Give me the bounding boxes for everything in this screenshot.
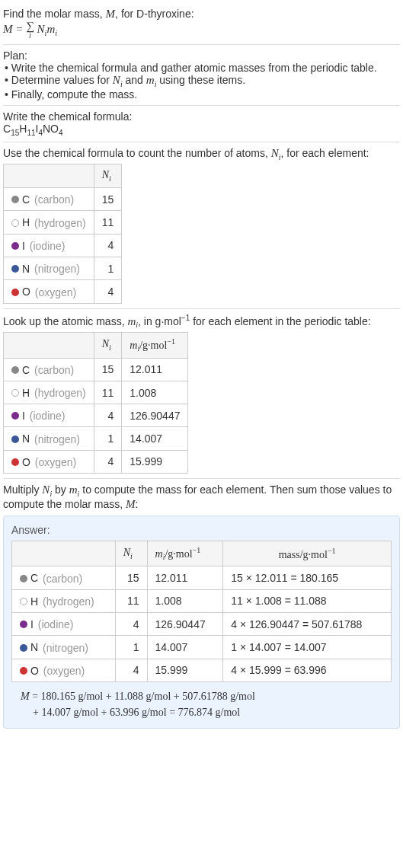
element-name: (oxygen) xyxy=(32,286,76,298)
multiply-heading: Multiply Ni by mi to compute the mass fo… xyxy=(3,483,400,511)
mass-value: 15 × 12.011 = 180.165 xyxy=(223,566,392,589)
answer-box: Answer: Ni mi/g·mol−1 mass/g·mol−1 C (ca… xyxy=(3,515,400,729)
lookup-heading-sup: −1 xyxy=(181,314,190,322)
mi-header: mi/g·mol−1 xyxy=(122,333,188,358)
intro-text-b: , for D-thyroxine: xyxy=(115,8,194,20)
lookup-table: Ni mi/g·mol−1 C (carbon)1512.011H (hydro… xyxy=(3,332,188,474)
n-value: 4 xyxy=(94,450,122,473)
element-name: (oxygen) xyxy=(40,665,85,677)
ni-header: Ni xyxy=(94,333,122,358)
element-name: (hydrogen) xyxy=(31,387,86,399)
n-value: 4 xyxy=(115,659,147,681)
chem-o-sub: 4 xyxy=(59,129,63,137)
element-name: (hydrogen) xyxy=(31,217,86,229)
element-cell: H (hydrogen) xyxy=(12,589,116,612)
element-dot-icon xyxy=(11,458,19,466)
chem-heading: Write the chemical formula: xyxy=(3,110,400,123)
element-symbol: N xyxy=(30,642,38,654)
m-value: 1.008 xyxy=(122,381,188,404)
mult-d: : xyxy=(136,498,139,510)
table-row: N (nitrogen)114.0071 × 14.007 = 14.007 xyxy=(12,636,392,659)
mult-m: M xyxy=(126,498,136,510)
table-row: O (oxygen)415.9994 × 15.999 = 63.996 xyxy=(12,659,392,681)
mass-header-text: mass/g·mol xyxy=(279,548,328,560)
ni-header-text: N xyxy=(123,547,130,558)
element-symbol: I xyxy=(22,410,25,422)
element-symbol: N xyxy=(22,263,30,275)
lookup-heading-a: Look up the atomic mass, xyxy=(3,314,127,327)
table-header-row: Ni xyxy=(4,164,122,188)
n-value: 1 xyxy=(115,636,147,659)
n-value: 4 xyxy=(94,280,122,303)
element-name: (carbon) xyxy=(40,573,82,585)
element-symbol: H xyxy=(22,387,30,399)
element-name: (nitrogen) xyxy=(31,433,80,445)
element-name: (nitrogen) xyxy=(40,642,88,654)
element-cell: O (oxygen) xyxy=(12,659,116,681)
plan-section: Plan: • Write the chemical formula and g… xyxy=(3,45,400,106)
n-value: 11 xyxy=(94,211,122,234)
element-dot-icon xyxy=(11,412,19,420)
lookup-heading-c: for each element in the periodic table: xyxy=(190,314,370,327)
element-symbol: O xyxy=(30,665,39,677)
table-row: H (hydrogen)11 xyxy=(4,211,122,234)
answer-table: Ni mi/g·mol−1 mass/g·mol−1 C (carbon)151… xyxy=(11,541,392,682)
final-line2: + 14.007 g/mol + 63.996 g/mol = 776.874 … xyxy=(21,707,240,718)
element-cell: I (iodine) xyxy=(4,234,94,257)
table-row: O (oxygen)4 xyxy=(4,280,122,303)
intro-line: Find the molar mass, M, for D-thyroxine: xyxy=(3,8,400,21)
element-dot-icon xyxy=(11,436,19,443)
table-row: C (carbon)15 xyxy=(4,188,122,211)
answer-label: Answer: xyxy=(11,524,392,536)
n-value: 1 xyxy=(94,427,122,450)
ni-header-sub: i xyxy=(130,552,133,560)
plan-b2-a: • Determine values for xyxy=(5,74,113,86)
chem-c: C xyxy=(3,123,11,135)
plan-bullet-1: • Write the chemical formula and gather … xyxy=(3,62,400,74)
element-name: (carbon) xyxy=(31,193,74,206)
element-cell: O (oxygen) xyxy=(4,280,94,303)
mass-value: 4 × 126.90447 = 507.61788 xyxy=(223,612,392,635)
plan-bullet-2: • Determine values for Ni and mi using t… xyxy=(3,74,400,88)
element-dot-icon xyxy=(11,289,19,296)
element-symbol: C xyxy=(22,193,30,206)
chem-h-sub: 11 xyxy=(27,129,35,137)
element-name: (iodine) xyxy=(35,618,74,630)
sum-symbol: ∑i xyxy=(26,21,34,40)
element-cell: H (hydrogen) xyxy=(4,211,94,234)
element-name: (nitrogen) xyxy=(31,263,80,275)
element-cell: C (carbon) xyxy=(12,566,116,589)
ni-header-text: N xyxy=(102,169,109,180)
element-symbol: C xyxy=(22,364,30,376)
mult-ni: N xyxy=(42,483,50,496)
element-symbol: O xyxy=(22,456,30,468)
element-cell: N (nitrogen) xyxy=(4,257,94,280)
m-value: 126.90447 xyxy=(122,404,188,427)
element-name: (hydrogen) xyxy=(40,595,94,608)
table-row: I (iodine)4 xyxy=(4,234,122,257)
table-row: H (hydrogen)111.008 xyxy=(4,381,188,404)
plan-heading: Plan: xyxy=(3,49,400,62)
n-value: 11 xyxy=(115,589,147,612)
table-header-row: Ni mi/g·mol−1 mass/g·mol−1 xyxy=(12,541,392,566)
chem-o: O xyxy=(50,123,59,135)
element-cell: C (carbon) xyxy=(4,358,94,381)
element-symbol: I xyxy=(30,618,34,630)
eq-n: N xyxy=(34,23,45,35)
element-name: (iodine) xyxy=(27,410,66,422)
m-value: 14.007 xyxy=(147,636,223,659)
eq-lhs: M = xyxy=(3,23,26,35)
mult-a: Multiply xyxy=(3,483,42,496)
eq-m: m xyxy=(46,23,55,35)
eq-m-sub: i xyxy=(55,29,57,37)
chem-c-sub: 15 xyxy=(11,129,19,137)
intro-m: M xyxy=(106,8,116,20)
element-name: (iodine) xyxy=(27,240,66,252)
ni-header: Ni xyxy=(115,541,147,566)
ni-header: Ni xyxy=(94,164,122,188)
lookup-heading-mi: m xyxy=(127,314,136,327)
mi-header: mi/g·mol−1 xyxy=(147,541,223,566)
mass-value: 1 × 14.007 = 14.007 xyxy=(223,636,392,659)
lookup-section: Look up the atomic mass, mi, in g·mol−1 … xyxy=(3,309,400,479)
n-value: 4 xyxy=(94,404,122,427)
